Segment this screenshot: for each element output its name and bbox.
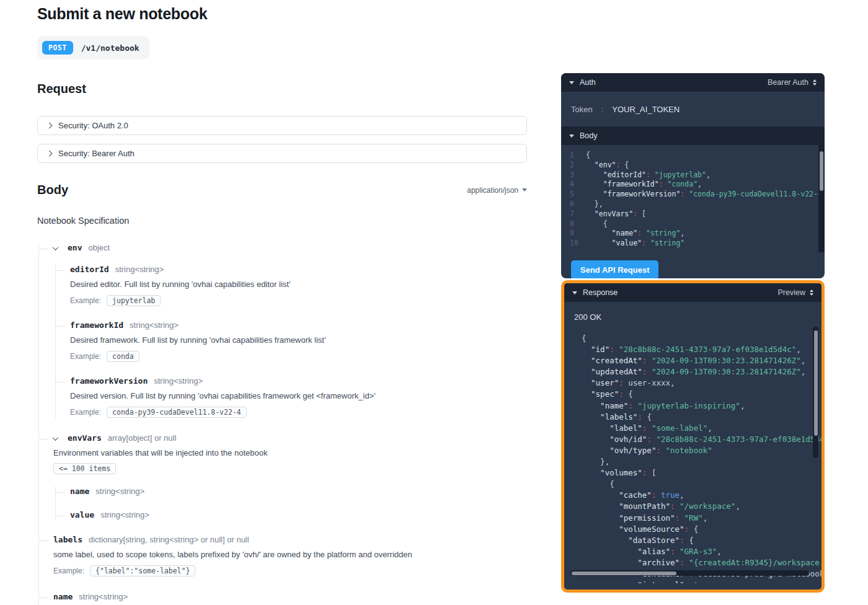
field-constraint: <= 100 items bbox=[53, 463, 527, 474]
line-number: 4 bbox=[561, 180, 582, 190]
field-type: object bbox=[88, 243, 110, 252]
updown-icon bbox=[813, 79, 817, 86]
code-text: "dataStore": { bbox=[564, 535, 694, 546]
auth-section-title: Auth bbox=[580, 78, 596, 87]
request-body-editor[interactable]: 1{2 "env": {3 "editorId": "jupyterlab",4… bbox=[561, 145, 825, 252]
send-api-request-button[interactable]: Send API Request bbox=[571, 260, 658, 278]
example-label: Example: bbox=[70, 408, 101, 417]
token-field[interactable]: Token : YOUR_AI_TOKEN bbox=[561, 92, 825, 126]
scrollbar-thumb[interactable] bbox=[814, 330, 818, 436]
chevron-right-icon bbox=[46, 123, 53, 129]
security-accordion[interactable]: Security: Bearer Auth bbox=[37, 144, 527, 163]
code-line: 10 "value": "string" bbox=[561, 239, 825, 249]
response-section-header[interactable]: Response Preview bbox=[564, 283, 822, 302]
schema-field: envVarsarray[object] or nullEnvironment … bbox=[39, 433, 527, 520]
response-mode-select[interactable]: Preview bbox=[778, 288, 813, 297]
security-accordion-label: Security: OAuth 2.0 bbox=[58, 121, 128, 130]
code-line: "mountPath": "/workspace", bbox=[564, 501, 822, 512]
security-accordion[interactable]: Security: OAuth 2.0 bbox=[37, 116, 527, 135]
field-type: string<string> bbox=[100, 510, 149, 519]
chevron-down-icon bbox=[572, 291, 577, 294]
schema-field-row: editorIdstring<string> bbox=[70, 265, 527, 274]
field-type: array[object] or null bbox=[108, 433, 177, 443]
code-text: }, bbox=[582, 200, 603, 210]
field-name: labels bbox=[53, 535, 82, 544]
response-body-viewer[interactable]: { "id": "28c8b88c-2451-4373-97a7-ef038e1… bbox=[564, 324, 822, 583]
code-text: "permission": "RW", bbox=[564, 513, 707, 524]
schema-field-row[interactable]: envobject bbox=[53, 243, 527, 252]
horizontal-scrollbar[interactable] bbox=[570, 570, 809, 576]
schema-field-row: labelsdictionary[string, string<string> … bbox=[53, 535, 527, 544]
chevron-down-icon[interactable] bbox=[53, 435, 59, 441]
schema-children: editorIdstring<string>Desired editor. Fu… bbox=[55, 265, 527, 418]
code-text: "envVars": [ bbox=[582, 210, 646, 219]
schema-field-row: frameworkVersionstring<string> bbox=[70, 376, 527, 386]
auth-scheme-select[interactable]: Bearer Auth bbox=[768, 78, 817, 87]
code-text: { bbox=[564, 479, 614, 490]
schema-field-row[interactable]: envVarsarray[object] or null bbox=[53, 433, 527, 443]
auth-section-header[interactable]: Auth Bearer Auth bbox=[561, 73, 825, 92]
content-type-select[interactable]: application/json bbox=[467, 186, 527, 195]
code-line: "labels": { bbox=[564, 412, 822, 423]
vertical-scrollbar[interactable] bbox=[818, 145, 825, 252]
response-status: 200 OK bbox=[564, 302, 822, 324]
content-type-value: application/json bbox=[467, 186, 518, 195]
code-line: "ovh/type": "notebook" bbox=[564, 445, 822, 456]
schema-field: valuestring<string> bbox=[56, 510, 527, 519]
code-line: 9 "name": "string", bbox=[561, 229, 825, 239]
constraint-chip: <= 100 items bbox=[53, 463, 116, 474]
schema-field-row: namestring<string> bbox=[70, 487, 527, 496]
line-number: 7 bbox=[561, 210, 582, 219]
chevron-down-icon[interactable] bbox=[53, 244, 59, 250]
field-example: Example:jupyterlab bbox=[70, 295, 527, 306]
code-text: "label": "some-label", bbox=[564, 423, 712, 434]
code-line: "createdAt": "2024-09-13T09:30:23.281471… bbox=[564, 355, 822, 366]
code-line: 3 "editorId": "jupyterlab", bbox=[561, 170, 825, 180]
security-accordion-label: Security: Bearer Auth bbox=[58, 149, 135, 158]
code-text: "editorId": "jupyterlab", bbox=[582, 170, 711, 180]
code-text: "labels": { bbox=[564, 412, 652, 423]
code-text: "env": { bbox=[582, 161, 629, 170]
field-name: value bbox=[70, 510, 94, 519]
code-line: "cache": true, bbox=[564, 490, 822, 501]
schema-field-row: valuestring<string> bbox=[70, 510, 527, 519]
endpoint-pill: POST /v1/notebook bbox=[37, 36, 149, 60]
api-client-column: Auth Bearer Auth Token : YOUR_AI_TOKEN B… bbox=[561, 73, 825, 593]
code-line: "id": "28c8b88c-2451-4373-97a7-ef038e1d5… bbox=[564, 344, 822, 355]
schema-field: labelsdictionary[string, string<string> … bbox=[39, 535, 527, 576]
code-line: 6 }, bbox=[561, 200, 825, 210]
code-text: "archive": "{createdAt:R9345}/workspace. bbox=[564, 557, 822, 568]
chevron-down-icon bbox=[569, 135, 574, 138]
field-example: Example:{"label":"some-label"} bbox=[53, 565, 527, 576]
scrollbar-thumb[interactable] bbox=[572, 572, 676, 575]
code-text: "frameworkId": "conda", bbox=[582, 180, 702, 190]
example-label: Example: bbox=[53, 567, 84, 575]
field-name: name bbox=[53, 592, 73, 601]
line-number: 6 bbox=[561, 200, 582, 210]
response-body-code: { "id": "28c8b88c-2451-4373-97a7-ef038e1… bbox=[564, 333, 822, 583]
field-type: string<string> bbox=[154, 376, 203, 386]
token-label: Token bbox=[571, 105, 593, 114]
code-line: "spec": { bbox=[564, 389, 822, 400]
code-line: 2 "env": { bbox=[561, 161, 825, 170]
field-type: string<string> bbox=[130, 320, 179, 330]
line-number: 3 bbox=[561, 170, 582, 180]
example-chip: conda-py39-cudaDevel11.8-v22-4 bbox=[107, 407, 247, 418]
request-body-code: 1{2 "env": {3 "editorId": "jupyterlab",4… bbox=[561, 151, 825, 249]
line-number: 5 bbox=[561, 190, 582, 200]
line-number: 2 bbox=[561, 161, 582, 170]
security-accordions: Security: OAuth 2.0Security: Bearer Auth bbox=[37, 116, 527, 163]
code-line: 4 "frameworkId": "conda", bbox=[561, 180, 825, 190]
docs-main: Submit a new notebook POST /v1/notebook … bbox=[37, 5, 527, 605]
example-chip: jupyterlab bbox=[107, 295, 161, 306]
code-text: "volumes": [ bbox=[564, 467, 656, 479]
body-section-header[interactable]: Body bbox=[561, 126, 825, 145]
field-name: editorId bbox=[70, 265, 109, 274]
body-heading: Body bbox=[37, 183, 68, 197]
scrollbar-thumb[interactable] bbox=[820, 151, 823, 191]
request-heading: Request bbox=[37, 82, 527, 96]
code-line: "ovh/id": "28c8b88c-2451-4373-97a7-ef038… bbox=[564, 434, 822, 445]
response-mode-value: Preview bbox=[778, 288, 805, 297]
endpoint-path: /v1/notebook bbox=[81, 43, 140, 53]
field-name: frameworkId bbox=[70, 320, 123, 330]
